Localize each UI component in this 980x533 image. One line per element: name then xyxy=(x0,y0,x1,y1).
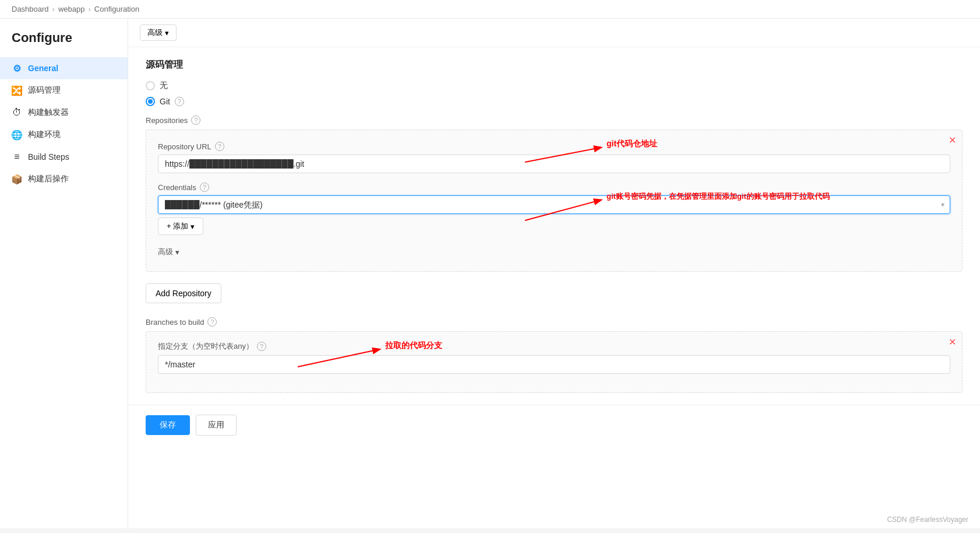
sidebar-item-env[interactable]: 🌐 构建环境 xyxy=(0,124,128,146)
sidebar-item-trigger[interactable]: ⏱ 构建触发器 xyxy=(0,101,128,124)
sidebar: Configure ⚙ General 🔀 源码管理 ⏱ 构建触发器 🌐 构建环… xyxy=(0,19,128,528)
section-title: 源码管理 xyxy=(146,59,963,71)
branches-label: Branches to build xyxy=(146,318,204,327)
top-bar: Dashboard › webapp › Configuration xyxy=(0,0,980,19)
radio-git[interactable]: Git ? xyxy=(146,97,963,106)
repo-url-help-icon[interactable]: ? xyxy=(215,142,224,151)
radio-none-circle xyxy=(146,81,155,90)
sidebar-item-buildsteps[interactable]: ≡ Build Steps xyxy=(0,146,128,168)
radio-none[interactable]: 无 xyxy=(146,80,963,91)
credentials-label-row: Credentials ? xyxy=(158,183,950,192)
repositories-label: Repositories xyxy=(146,116,188,125)
credentials-label: Credentials xyxy=(158,183,196,192)
save-button[interactable]: 保存 xyxy=(146,415,190,435)
repositories-label-row: Repositories ? xyxy=(146,115,963,125)
branch-specifier-group: 指定分支（为空时代表any） ? xyxy=(158,341,950,374)
branch-specifier-help-icon[interactable]: ? xyxy=(257,342,266,351)
sidebar-item-label-env: 构建环境 xyxy=(28,129,61,140)
sidebar-item-label-source: 源码管理 xyxy=(28,85,61,96)
repo-url-group: Repository URL ? xyxy=(158,142,950,173)
breadcrumb-webapp[interactable]: webapp xyxy=(58,5,85,13)
sidebar-item-label-trigger: 构建触发器 xyxy=(28,107,69,118)
branch-close-button[interactable]: ✕ xyxy=(949,336,956,348)
source-management-section: 源码管理 无 Git ? Repositories ? ✕ xyxy=(128,47,980,405)
sidebar-title: Configure xyxy=(0,30,128,57)
add-repository-button[interactable]: Add Repository xyxy=(146,283,221,303)
add-dropdown-icon: ▾ xyxy=(191,222,195,231)
gear-icon: ⚙ xyxy=(12,63,22,73)
add-credentials-button[interactable]: + 添加 ▾ xyxy=(158,218,203,235)
branch-specifier-label-row: 指定分支（为空时代表any） ? xyxy=(158,341,950,352)
repo-advanced-label: 高级 xyxy=(158,247,173,257)
repo-url-label: Repository URL xyxy=(158,142,211,151)
branches-label-row: Branches to build ? xyxy=(146,317,963,327)
footer: 保存 应用 xyxy=(128,405,980,445)
branch-specifier-label: 指定分支（为空时代表any） xyxy=(158,341,253,352)
credentials-group: Credentials ? ██████/****** (gitee凭据) ▾ … xyxy=(158,183,950,235)
sidebar-item-postbuild[interactable]: 📦 构建后操作 xyxy=(0,168,128,190)
apply-button[interactable]: 应用 xyxy=(196,415,237,436)
sidebar-item-label-postbuild: 构建后操作 xyxy=(28,174,69,184)
repo-advanced-section: 高级 ▾ xyxy=(158,244,950,260)
sidebar-item-label-general: General xyxy=(28,64,58,73)
main-content: 高级 ▾ 源码管理 无 Git ? Repositories xyxy=(128,19,980,528)
repositories-help-icon[interactable]: ? xyxy=(191,115,200,125)
box-icon: 📦 xyxy=(12,174,22,184)
watermark: CSDN @FearlessVoyager xyxy=(887,516,968,524)
branch-card: ✕ 指定分支（为空时代表any） ? 拉取的 xyxy=(146,331,963,393)
radio-git-circle xyxy=(146,97,155,106)
advanced-top-button[interactable]: 高级 ▾ xyxy=(140,24,177,41)
credentials-select[interactable]: ██████/****** (gitee凭据) xyxy=(158,195,950,214)
chevron-down-icon: ▾ xyxy=(165,29,169,37)
radio-git-label: Git xyxy=(160,97,170,106)
list-icon: ≡ xyxy=(12,152,22,162)
add-repository-label: Add Repository xyxy=(156,289,211,298)
credentials-help-icon[interactable]: ? xyxy=(200,183,209,192)
breadcrumb-dashboard[interactable]: Dashboard xyxy=(12,5,49,13)
advanced-bar: 高级 ▾ xyxy=(128,19,980,47)
branch-specifier-input[interactable] xyxy=(158,355,950,374)
radio-group: 无 Git ? xyxy=(146,80,963,106)
repo-close-button[interactable]: ✕ xyxy=(949,135,956,146)
branches-help-icon[interactable]: ? xyxy=(207,317,217,327)
credentials-select-wrapper: ██████/****** (gitee凭据) ▾ xyxy=(158,195,950,214)
sidebar-item-general[interactable]: ⚙ General xyxy=(0,57,128,79)
globe-icon: 🌐 xyxy=(12,129,22,140)
repository-card: ✕ Repository URL ? Credentials ? xyxy=(146,129,963,272)
chevron-down-icon-repo: ▾ xyxy=(175,248,179,257)
branch-icon: 🔀 xyxy=(12,85,22,96)
sidebar-item-label-buildsteps: Build Steps xyxy=(28,152,69,162)
repo-advanced-button[interactable]: 高级 ▾ xyxy=(158,244,179,260)
breadcrumb-current: Configuration xyxy=(94,5,139,13)
radio-none-label: 无 xyxy=(160,80,168,91)
sidebar-item-source[interactable]: 🔀 源码管理 xyxy=(0,79,128,101)
repo-url-input[interactable] xyxy=(158,155,950,173)
clock-icon: ⏱ xyxy=(12,107,22,118)
add-credentials-label: + 添加 xyxy=(167,221,188,232)
repo-url-label-row: Repository URL ? xyxy=(158,142,950,151)
git-help-icon[interactable]: ? xyxy=(175,97,184,106)
